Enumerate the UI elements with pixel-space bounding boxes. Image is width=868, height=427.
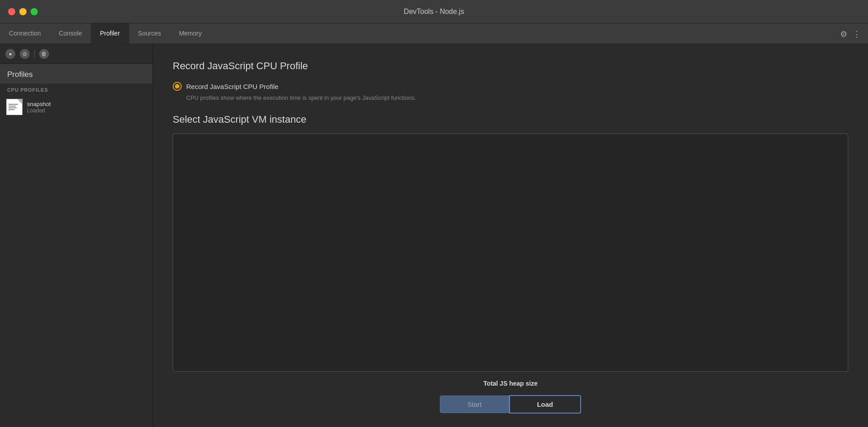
more-icon[interactable]: ⋮ (853, 29, 861, 39)
cpu-profiles-header: CPU PROFILES (0, 84, 152, 95)
minimize-button[interactable] (19, 8, 27, 15)
toolbar-separator (34, 50, 35, 58)
maximize-button[interactable] (31, 8, 38, 15)
radio-label: Record JavaScript CPU Profile (186, 83, 278, 90)
snapshot-item[interactable]: snapshot Loaded (0, 95, 152, 119)
action-buttons: Start Load (173, 395, 848, 414)
tab-connection[interactable]: Connection (0, 23, 50, 44)
tabbar: Connection Console Profiler Sources Memo… (0, 23, 868, 44)
window-controls (8, 8, 38, 15)
load-button[interactable]: Load (509, 395, 581, 414)
tab-console[interactable]: Console (50, 23, 91, 44)
main-layout: ● ⊘ 🗑 Profiles CPU PROFILES snapshot Loa… (0, 44, 868, 427)
radio-row: Record JavaScript CPU Profile (173, 82, 848, 91)
vm-instance-box (173, 133, 848, 372)
sidebar-toolbar: ● ⊘ 🗑 (0, 44, 152, 64)
tab-profiler[interactable]: Profiler (91, 23, 129, 44)
settings-icon[interactable]: ⚙ (840, 29, 847, 39)
vm-title: Select JavaScript VM instance (173, 114, 848, 125)
tab-sources[interactable]: Sources (129, 23, 170, 44)
radio-description: CPU profiles show where the execution ti… (186, 94, 848, 101)
radio-button[interactable] (173, 82, 182, 91)
snapshot-name: snapshot (27, 101, 51, 107)
snapshot-icon (6, 99, 22, 115)
tabbar-actions: ⚙ ⋮ (840, 29, 861, 39)
titlebar: DevTools - Node.js (0, 0, 868, 23)
tab-memory[interactable]: Memory (170, 23, 211, 44)
stop-button[interactable]: ⊘ (20, 49, 30, 59)
snapshot-status: Loaded (27, 107, 51, 114)
record-title: Record JavaScript CPU Profile (173, 60, 848, 72)
radio-inner (175, 84, 179, 89)
start-button[interactable]: Start (440, 396, 509, 413)
profiles-label: Profiles (0, 64, 152, 84)
content-area: Record JavaScript CPU Profile Record Jav… (153, 44, 868, 427)
sidebar: ● ⊘ 🗑 Profiles CPU PROFILES snapshot Loa… (0, 44, 153, 427)
heap-label: Total JS heap size (173, 380, 848, 387)
record-button[interactable]: ● (5, 49, 15, 59)
delete-button[interactable]: 🗑 (39, 49, 49, 59)
window-title: DevTools - Node.js (404, 8, 464, 16)
close-button[interactable] (8, 8, 15, 15)
